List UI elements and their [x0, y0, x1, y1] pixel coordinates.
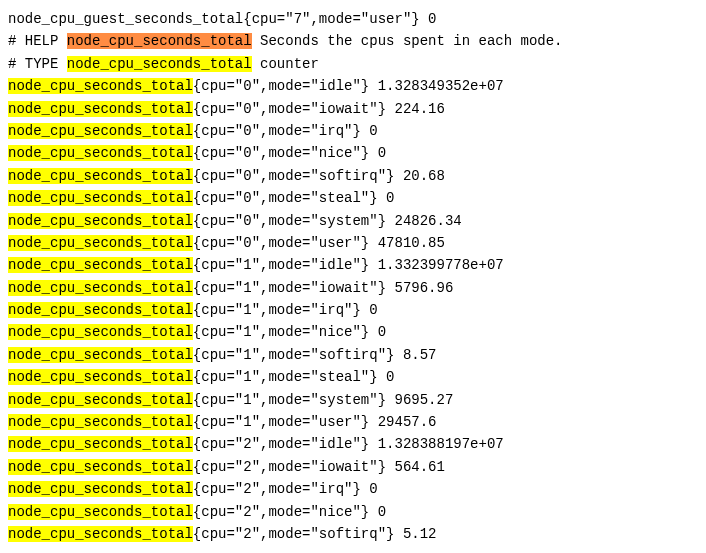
metric-line: node_cpu_seconds_total{cpu="0",mode="sof… — [8, 165, 698, 187]
metric-labels-value: {cpu="2",mode="softirq"} 5.12 — [193, 526, 437, 542]
metric-name: node_cpu_seconds_total — [8, 190, 193, 206]
metric-labels-value: {cpu="1",mode="system"} 9695.27 — [193, 392, 453, 408]
metric-line: node_cpu_seconds_total{cpu="2",mode="nic… — [8, 501, 698, 523]
metric-labels-value: {cpu="0",mode="nice"} 0 — [193, 145, 386, 161]
metric-line: node_cpu_seconds_total{cpu="0",mode="ste… — [8, 187, 698, 209]
guest-metric-suffix: {cpu="7",mode="user"} 0 — [243, 11, 436, 27]
metric-line: node_cpu_seconds_total{cpu="0",mode="irq… — [8, 120, 698, 142]
metric-name: node_cpu_seconds_total — [8, 526, 193, 542]
metric-labels-value: {cpu="1",mode="nice"} 0 — [193, 324, 386, 340]
metric-name: node_cpu_seconds_total — [8, 504, 193, 520]
help-metric-name: node_cpu_seconds_total — [67, 33, 252, 49]
metric-name: node_cpu_seconds_total — [8, 78, 193, 94]
metric-name: node_cpu_seconds_total — [8, 145, 193, 161]
metric-labels-value: {cpu="1",mode="iowait"} 5796.96 — [193, 280, 453, 296]
metric-labels-value: {cpu="1",mode="softirq"} 8.57 — [193, 347, 437, 363]
metric-labels-value: {cpu="0",mode="user"} 47810.85 — [193, 235, 445, 251]
metric-name: node_cpu_seconds_total — [8, 369, 193, 385]
metric-labels-value: {cpu="0",mode="irq"} 0 — [193, 123, 378, 139]
type-metric-name: node_cpu_seconds_total — [67, 56, 252, 72]
metric-name: node_cpu_seconds_total — [8, 280, 193, 296]
metric-labels-value: {cpu="2",mode="iowait"} 564.61 — [193, 459, 445, 475]
metric-name: node_cpu_seconds_total — [8, 347, 193, 363]
metric-labels-value: {cpu="0",mode="softirq"} 20.68 — [193, 168, 445, 184]
metric-name: node_cpu_seconds_total — [8, 436, 193, 452]
metric-name: node_cpu_seconds_total — [8, 459, 193, 475]
metric-labels-value: {cpu="1",mode="idle"} 1.332399778e+07 — [193, 257, 504, 273]
metric-line: node_cpu_seconds_total{cpu="0",mode="idl… — [8, 75, 698, 97]
metric-labels-value: {cpu="0",mode="system"} 24826.34 — [193, 213, 462, 229]
help-text: Seconds the cpus spent in each mode. — [252, 33, 563, 49]
metric-labels-value: {cpu="2",mode="nice"} 0 — [193, 504, 386, 520]
metric-line: node_cpu_seconds_total{cpu="0",mode="iow… — [8, 98, 698, 120]
metric-labels-value: {cpu="2",mode="irq"} 0 — [193, 481, 378, 497]
metric-line: node_cpu_seconds_total{cpu="1",mode="sys… — [8, 389, 698, 411]
metric-line: node_cpu_seconds_total{cpu="1",mode="nic… — [8, 321, 698, 343]
metric-labels-value: {cpu="1",mode="steal"} 0 — [193, 369, 395, 385]
metric-name: node_cpu_seconds_total — [8, 257, 193, 273]
metric-line: node_cpu_seconds_total{cpu="0",mode="sys… — [8, 210, 698, 232]
metric-name: node_cpu_seconds_total — [8, 213, 193, 229]
metric-line: node_cpu_seconds_total{cpu="2",mode="sof… — [8, 523, 698, 545]
metric-line: node_cpu_seconds_total{cpu="2",mode="irq… — [8, 478, 698, 500]
guest-metric-line: node_cpu_guest_seconds_total{cpu="7",mod… — [8, 8, 698, 30]
metric-name: node_cpu_seconds_total — [8, 324, 193, 340]
metric-name: node_cpu_seconds_total — [8, 101, 193, 117]
metric-line: node_cpu_seconds_total{cpu="1",mode="idl… — [8, 254, 698, 276]
metrics-output: node_cpu_guest_seconds_total{cpu="7",mod… — [8, 8, 698, 545]
metric-labels-value: {cpu="2",mode="idle"} 1.328388197e+07 — [193, 436, 504, 452]
metric-line: node_cpu_seconds_total{cpu="1",mode="ste… — [8, 366, 698, 388]
type-line: # TYPE node_cpu_seconds_total counter — [8, 53, 698, 75]
help-prefix: # HELP — [8, 33, 67, 49]
metric-name: node_cpu_seconds_total — [8, 481, 193, 497]
metric-line: node_cpu_seconds_total{cpu="2",mode="iow… — [8, 456, 698, 478]
metric-labels-value: {cpu="1",mode="user"} 29457.6 — [193, 414, 437, 430]
metric-line: node_cpu_seconds_total{cpu="0",mode="nic… — [8, 142, 698, 164]
metric-labels-value: {cpu="0",mode="iowait"} 224.16 — [193, 101, 445, 117]
metric-name: node_cpu_seconds_total — [8, 168, 193, 184]
guest-metric-name: node_cpu_guest_seconds_total — [8, 11, 243, 27]
metric-line: node_cpu_seconds_total{cpu="0",mode="use… — [8, 232, 698, 254]
metric-name: node_cpu_seconds_total — [8, 235, 193, 251]
metric-line: node_cpu_seconds_total{cpu="1",mode="sof… — [8, 344, 698, 366]
metric-line: node_cpu_seconds_total{cpu="2",mode="idl… — [8, 433, 698, 455]
type-prefix: # TYPE — [8, 56, 67, 72]
type-value: counter — [252, 56, 319, 72]
metric-line: node_cpu_seconds_total{cpu="1",mode="iow… — [8, 277, 698, 299]
metric-line: node_cpu_seconds_total{cpu="1",mode="irq… — [8, 299, 698, 321]
metric-name: node_cpu_seconds_total — [8, 392, 193, 408]
metric-name: node_cpu_seconds_total — [8, 123, 193, 139]
help-line: # HELP node_cpu_seconds_total Seconds th… — [8, 30, 698, 52]
metric-name: node_cpu_seconds_total — [8, 302, 193, 318]
metric-name: node_cpu_seconds_total — [8, 414, 193, 430]
metric-labels-value: {cpu="0",mode="steal"} 0 — [193, 190, 395, 206]
metric-labels-value: {cpu="1",mode="irq"} 0 — [193, 302, 378, 318]
metric-labels-value: {cpu="0",mode="idle"} 1.328349352e+07 — [193, 78, 504, 94]
metric-line: node_cpu_seconds_total{cpu="1",mode="use… — [8, 411, 698, 433]
